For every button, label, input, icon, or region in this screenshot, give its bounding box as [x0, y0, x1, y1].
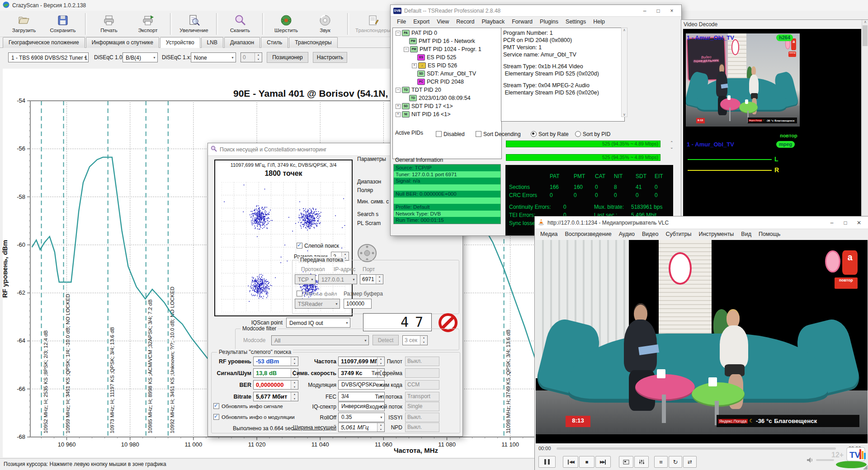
tuner-select[interactable]: 1 - TBS 6908 DVBS/S2 Tuner 1 — [8, 52, 89, 62]
playlist-button[interactable]: ≡ — [654, 456, 668, 468]
consumer-select[interactable]: TSReader — [295, 299, 340, 309]
menu-медиа[interactable]: Медиа — [537, 229, 561, 239]
buffer-size-field[interactable]: 100000 — [344, 299, 372, 309]
tree-expand-toggle[interactable]: − — [396, 88, 401, 93]
volume-icon[interactable] — [806, 456, 814, 465]
vlc-titlebar[interactable]: http://127.0.0.1:1234 - Медиапроигрывате… — [535, 216, 868, 229]
vlc-video-area[interactable]: аповтор8:13Яндекс.Погода☾-36 °сБлаговеще… — [536, 240, 868, 443]
sort-descending-checkbox[interactable] — [476, 131, 481, 137]
menu-видео[interactable]: Видео — [638, 229, 662, 239]
menu-forward[interactable]: Forward — [508, 17, 536, 27]
menu-plugins[interactable]: Plugins — [536, 17, 562, 27]
menu-вид[interactable]: Вид — [737, 229, 755, 239]
tree-item[interactable]: +SDSDT PID 17 <1> — [394, 102, 500, 110]
tree-item[interactable]: PCPCR PID 2048 — [394, 78, 500, 86]
pause-button[interactable] — [538, 456, 556, 468]
maximize-icon[interactable]: □ — [651, 6, 665, 16]
random-button[interactable]: ⇄ — [683, 456, 697, 468]
maximize-icon[interactable]: □ — [839, 218, 852, 228]
tab-устройство[interactable]: Устройство — [160, 37, 200, 48]
close-icon[interactable]: ✕ — [852, 218, 866, 228]
tree-expand-toggle[interactable]: − — [396, 31, 401, 36]
menu-export[interactable]: Export — [410, 17, 433, 27]
configure-button[interactable]: Настроить — [313, 52, 347, 63]
minimize-icon[interactable]: – — [638, 6, 651, 16]
previous-button[interactable]: ◀◀ — [563, 456, 578, 468]
menu-аудио[interactable]: Аудио — [615, 229, 638, 239]
tree-item[interactable]: +NINIT PID 16 <1> — [394, 110, 500, 118]
toolbar-button-wool[interactable]: Шерстить — [267, 12, 306, 36]
toolbar-button-save[interactable]: Сохранить — [43, 12, 82, 36]
menu-помощь[interactable]: Помощь — [755, 229, 784, 239]
tree-item[interactable]: −PAPAT PID 0 — [394, 29, 500, 37]
tree-item[interactable]: +♪ES PID 526 — [394, 61, 500, 70]
tree-expand-toggle[interactable]: + — [412, 63, 417, 68]
decoded-video-thumbnail[interactable]: ВидеоПОНЕДЕЛЬНИКаповтор8:13Яндекс.Погода… — [686, 33, 800, 131]
menu-playback[interactable]: Playback — [478, 17, 508, 27]
tree-item[interactable]: ESES PID 525 — [394, 53, 500, 61]
toolbar-button-scan[interactable]: Сканить — [221, 12, 259, 36]
tab-транспондеры[interactable]: Транспондеры — [289, 37, 337, 48]
menu-инструменты[interactable]: Инструменты — [695, 229, 737, 239]
pid-rate-bar[interactable]: 525 (94.35% ~ 4.89 Mbps) — [506, 154, 660, 161]
seek-slider[interactable] — [557, 447, 836, 450]
detect-button[interactable]: Detect — [373, 335, 399, 345]
menu-help[interactable]: Help — [590, 17, 609, 27]
toolbar-button-load[interactable]: Загрузить — [5, 12, 43, 36]
stream-to-file-checkbox[interactable] — [297, 291, 302, 296]
detect-interval-spinner[interactable]: 3 сек▲▼ — [402, 335, 428, 345]
positioner-button[interactable]: Позиционер — [267, 52, 308, 63]
diseqc1x-select[interactable]: None — [191, 52, 236, 62]
diseqc10-select[interactable]: B/B(4) — [123, 52, 158, 62]
menu-record[interactable]: Record — [453, 17, 478, 27]
toolbar-button-export[interactable]: Экспорт — [128, 12, 167, 36]
sort-by-pid-radio[interactable] — [575, 131, 581, 137]
menu-file[interactable]: File — [393, 17, 410, 27]
next-button[interactable]: ▶▶ — [595, 456, 611, 468]
tab-стиль[interactable]: Стиль — [261, 37, 288, 48]
blind-search-checkbox[interactable] — [297, 243, 302, 249]
toolbar-button-print[interactable]: Печать — [90, 12, 128, 36]
stop-button[interactable]: ■ — [579, 456, 594, 468]
tree-item[interactable]: −TDTDT PID 20 — [394, 86, 500, 94]
details-scrollbar[interactable]: ∧ ∨ — [621, 28, 627, 117]
tab-lnb[interactable]: LNB — [201, 37, 223, 48]
pid-tree[interactable]: −PAPAT PID 0PMPMT PID 16 - Network−PMPMT… — [392, 28, 502, 159]
tab-информация-о-спутнике[interactable]: Информация о спутнике — [86, 37, 159, 48]
tree-expand-toggle[interactable]: − — [404, 47, 409, 52]
protocol-select[interactable]: TCP — [295, 274, 316, 284]
close-icon[interactable]: × — [665, 6, 679, 16]
minimize-icon[interactable]: – — [825, 218, 839, 228]
tab-диапазон[interactable]: Диапазон — [224, 37, 260, 48]
tsreader-titlebar[interactable]: DVB Default -- TSReader Professional 2.8… — [391, 5, 681, 17]
loop-button[interactable]: ↻ — [669, 456, 682, 468]
bars-scroll-up-icon[interactable]: ⌃⌄ — [670, 141, 674, 150]
modcode-select[interactable]: All — [271, 335, 369, 345]
toolbar-button-zoom[interactable]: Увеличение — [175, 12, 213, 36]
tree-expand-toggle[interactable]: + — [396, 104, 401, 109]
tree-item[interactable]: PMPMT PID 16 - Network — [394, 37, 500, 45]
pid-rate-bar[interactable]: 525 (94.35% ~ 4.89 Mbps) — [506, 141, 660, 147]
menu-settings[interactable]: Settings — [562, 17, 590, 27]
resize-grip[interactable] — [863, 465, 868, 470]
fullscreen-button[interactable] — [619, 456, 633, 468]
iqscan-select[interactable]: Demod IQ out — [286, 318, 350, 328]
update-info-checkbox[interactable] — [213, 403, 219, 409]
menu-воспроизведение[interactable]: Воспроизведение — [561, 229, 615, 239]
position-spinner[interactable]: 0▲▼ — [241, 52, 262, 62]
disabled-checkbox[interactable] — [436, 131, 442, 137]
tab-географическое-положение[interactable]: Географическое положение — [3, 37, 85, 48]
ip-select[interactable]: 127.0.0.1 — [318, 274, 357, 284]
toolbar-button-sound[interactable]: Звук — [306, 12, 344, 36]
sort-by-rate-radio[interactable] — [531, 131, 537, 137]
extended-settings-button[interactable] — [634, 456, 649, 468]
menu-субтитры[interactable]: Субтитры — [662, 229, 695, 239]
menu-view[interactable]: View — [433, 17, 453, 27]
toolbar-button-transponders[interactable]: Транспондеры — [352, 12, 394, 36]
tree-item[interactable]: TD2023/01/30 08:09:54 — [394, 94, 500, 102]
tree-item[interactable]: −PMPMT PID 1024 - Progr. 1 — [394, 45, 500, 53]
port-spinner[interactable]: 6971▲▼ — [360, 274, 383, 284]
tree-item[interactable]: SDSDT: Amur_Obl_TV — [394, 70, 500, 78]
update-info-checkbox[interactable] — [213, 414, 219, 420]
tree-expand-toggle[interactable]: + — [396, 112, 401, 117]
